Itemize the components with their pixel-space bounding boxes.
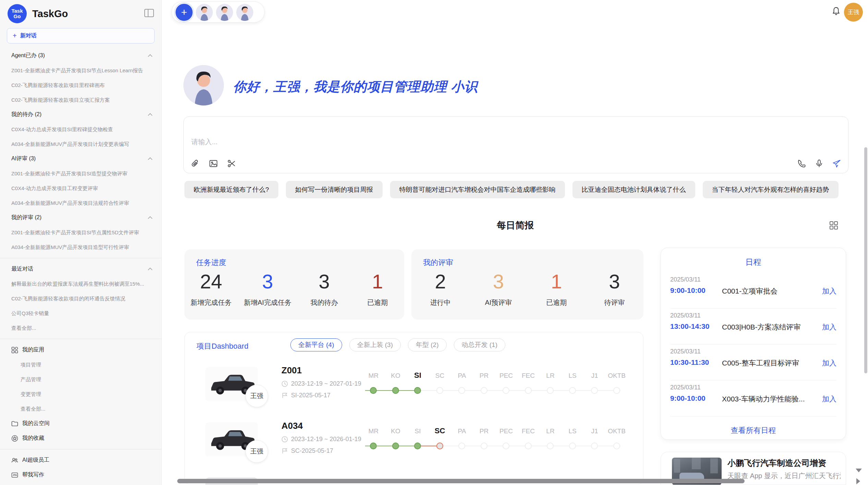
scissors-icon[interactable] bbox=[227, 159, 236, 168]
agent-avatar[interactable] bbox=[215, 3, 234, 22]
scroll-right-arrow[interactable] bbox=[856, 478, 860, 484]
apps-grid-icon bbox=[11, 347, 18, 353]
chevron-up-icon[interactable] bbox=[148, 157, 153, 160]
sidebar-item[interactable]: 解释最新出台的欧盟报废车法规再生塑料比例被调至15%... bbox=[0, 276, 161, 291]
schedule-card: 日程 2025/03/119:00-10:00C001-立项审批会加入2025/… bbox=[661, 248, 846, 440]
dashboard-filter-chip[interactable]: 全新上装 (3) bbox=[349, 338, 401, 351]
project-flag: SC-2025-05-17 bbox=[281, 447, 333, 455]
chevron-up-icon[interactable] bbox=[148, 54, 153, 57]
schedule-event: 2025/03/119:00-10:00C001-立项审批会加入 bbox=[661, 273, 846, 309]
agent-avatar[interactable] bbox=[236, 3, 254, 22]
sidebar-item[interactable]: Z001-全新燃油轻卡产品开发项目SI节点属性5D文件评审 bbox=[0, 225, 161, 240]
sidebar-group-header[interactable]: AI评审 (3) bbox=[0, 151, 161, 166]
suggestion-chip[interactable]: 欧洲新规最近颁布了什么? bbox=[184, 181, 278, 198]
sidebar-group-header[interactable]: 我的评审 (2) bbox=[0, 210, 161, 225]
milestone-label: SC bbox=[429, 372, 451, 380]
sidebar-group-header[interactable]: 最近对话 bbox=[0, 262, 161, 276]
chevron-up-icon[interactable] bbox=[148, 268, 153, 271]
sidebar-group-label: AI评审 (3) bbox=[11, 155, 36, 162]
paperclip-icon[interactable] bbox=[191, 159, 200, 168]
dashboard-filter-chip[interactable]: 全新平台 (4) bbox=[290, 338, 342, 351]
suggestion-chip[interactable]: 比亚迪全固态电池计划具体说了什么 bbox=[572, 181, 695, 198]
sidebar-item[interactable]: 公司Q3轻卡销量 bbox=[0, 306, 161, 321]
sidebar-app-item[interactable]: 产品管理 bbox=[0, 372, 161, 387]
milestone-track: MRKOSISCPAPRPECFECLRLSJ1OKTB bbox=[362, 427, 633, 449]
bell-icon[interactable] bbox=[831, 6, 841, 16]
sidebar-item[interactable]: A034-全新新能源MUV产品开发项目造型可行性评审 bbox=[0, 240, 161, 254]
stat-label: 已逾期 bbox=[536, 298, 577, 307]
sidebar-item[interactable]: Z001-全新燃油皮卡产品开发项目SI节点Lesson Learn报告 bbox=[0, 63, 161, 78]
card-title: 任务进度 bbox=[196, 258, 226, 268]
sidebar-app-item[interactable]: 变更管理 bbox=[0, 387, 161, 401]
vertical-scrollbar[interactable] bbox=[864, 147, 867, 373]
flag-icon bbox=[281, 448, 288, 454]
new-chat-button[interactable]: + 新对话 bbox=[7, 28, 155, 43]
sidebar-app-item[interactable]: 项目管理 bbox=[0, 357, 161, 372]
stat-label: 新增完成任务 bbox=[191, 298, 232, 307]
sidebar-item[interactable]: C02-飞腾新能源轻客改款项目的闭环通告反馈情况 bbox=[0, 291, 161, 306]
suggestion-chip[interactable]: 特朗普可能对进口汽车增税会对中国车企造成哪些影响 bbox=[390, 181, 565, 198]
chevron-up-icon[interactable] bbox=[148, 113, 153, 116]
phone-icon[interactable] bbox=[797, 159, 806, 168]
dashboard-filter-chip[interactable]: 动总开发 (1) bbox=[454, 338, 506, 351]
sidebar-item[interactable]: C0X4-动力总成开发项目SI里程碑提交物检查 bbox=[0, 122, 161, 137]
suggestion-chip[interactable]: 当下年轻人对汽车外观有怎样的喜好趋势 bbox=[703, 181, 839, 198]
sidebar-item-creative-drawing[interactable]: 创意制图 bbox=[0, 482, 161, 485]
milestone-dot bbox=[569, 387, 576, 394]
sidebar-app-item[interactable]: 查看全部... bbox=[0, 401, 161, 416]
star-badge-icon bbox=[11, 435, 18, 442]
join-button[interactable]: 加入 bbox=[822, 358, 836, 368]
join-button[interactable]: 加入 bbox=[822, 322, 836, 332]
join-button[interactable]: 加入 bbox=[822, 286, 836, 296]
layout-grid-icon[interactable] bbox=[829, 221, 839, 230]
scroll-down-arrow[interactable] bbox=[856, 469, 862, 472]
chat-input-box[interactable]: 请输入... bbox=[183, 116, 848, 173]
flag-milestone: SI-2025-05-17 bbox=[291, 392, 330, 399]
sidebar-collapse-icon[interactable] bbox=[144, 9, 154, 18]
stat-block: 3待评审 bbox=[594, 271, 635, 307]
dashboard-filters: 全新平台 (4)全新上装 (3)年型 (2)动总开发 (1) bbox=[290, 338, 505, 351]
event-time: 9:00-10:00 bbox=[670, 286, 706, 295]
view-all-schedule-link[interactable]: 查看所有日程 bbox=[661, 425, 846, 436]
sidebar-item-help-me-write[interactable]: 帮我写作 bbox=[0, 468, 161, 482]
sidebar-item-ai-super-staff[interactable]: AI超级员工 bbox=[0, 453, 161, 468]
send-icon[interactable] bbox=[832, 159, 841, 168]
sidebar-item-my-apps[interactable]: 我的应用 bbox=[0, 343, 161, 357]
sidebar-item[interactable]: Z001-全新燃油轻卡产品开发项目SI造型提交物评审 bbox=[0, 166, 161, 181]
milestone-dot bbox=[414, 443, 421, 449]
suggestion-chip[interactable]: 如何写一份清晰的项目周报 bbox=[286, 181, 383, 198]
user-avatar[interactable]: 王强 bbox=[844, 3, 863, 22]
image-icon[interactable] bbox=[209, 159, 218, 168]
project-flag: SI-2025-05-17 bbox=[281, 392, 330, 399]
agent-avatar[interactable] bbox=[195, 3, 214, 22]
sidebar-item-cloud-space[interactable]: 我的云空间 bbox=[0, 416, 161, 431]
milestone-dot bbox=[525, 387, 532, 394]
sidebar-item[interactable]: A034-全新新能源MUV产品开发项目计划变更表编写 bbox=[0, 137, 161, 151]
sidebar-group-header[interactable]: Agent已办 (3) bbox=[0, 48, 161, 63]
chevron-up-icon[interactable] bbox=[148, 216, 153, 219]
card-title: 我的评审 bbox=[423, 258, 453, 268]
project-code: A034 bbox=[281, 421, 303, 431]
sidebar-item[interactable]: C0X4-动力总成开发项目工程变更评审 bbox=[0, 181, 161, 196]
sidebar-item[interactable]: A034-全新新能源MUV产品开发项目法规符合性评审 bbox=[0, 196, 161, 210]
sidebar-item[interactable]: C02-飞腾新能源轻客改款项目里程碑画布 bbox=[0, 78, 161, 92]
new-session-button[interactable]: + bbox=[175, 3, 193, 22]
sidebar-item[interactable]: C02-飞腾新能源轻客改款项目立项汇报方案 bbox=[0, 92, 161, 107]
dashboard-filter-chip[interactable]: 年型 (2) bbox=[408, 338, 447, 351]
project-dates: 2023-12-19 ~ 2026-01-19 bbox=[281, 436, 361, 443]
event-title: C005-整车工程目标评审 bbox=[722, 358, 799, 368]
sidebar-item-favorites[interactable]: 我的收藏 bbox=[0, 431, 161, 446]
mic-icon[interactable] bbox=[815, 159, 824, 168]
sidebar-item[interactable]: 查看全部... bbox=[0, 321, 161, 335]
owner-name: 王强 bbox=[250, 447, 263, 456]
milestone-label: J1 bbox=[583, 372, 606, 380]
join-button[interactable]: 加入 bbox=[822, 394, 836, 404]
horizontal-scrollbar[interactable] bbox=[177, 479, 745, 483]
schedule-title: 日程 bbox=[661, 257, 846, 268]
sidebar-group-header[interactable]: 我的待办 (2) bbox=[0, 107, 161, 122]
milestone-label: KO bbox=[385, 427, 407, 435]
schedule-event: 2025/03/1113:00-14:30C003|H0B-方案冻结评审加入 bbox=[661, 309, 846, 345]
event-title: C003|H0B-方案冻结评审 bbox=[722, 322, 801, 332]
milestone-label: PA bbox=[451, 372, 473, 380]
milestone-dot bbox=[591, 387, 598, 394]
